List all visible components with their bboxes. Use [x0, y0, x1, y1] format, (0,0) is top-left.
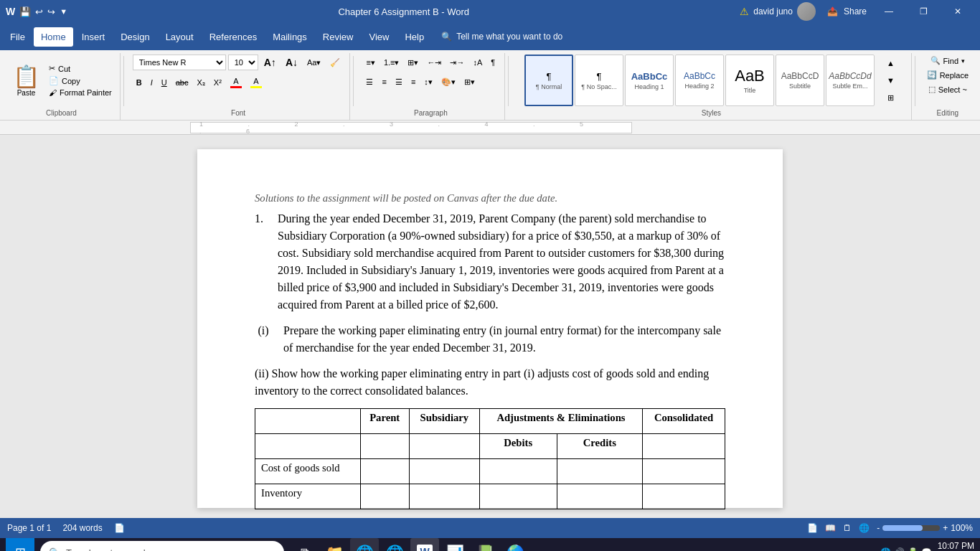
style-scroll-up[interactable]: ▲ — [883, 55, 898, 71]
find-button[interactable]: 🔍 Find ▾ — [928, 55, 968, 67]
share-label[interactable]: Share — [844, 6, 867, 17]
zoom-out-button[interactable]: - — [877, 523, 880, 533]
menu-insert[interactable]: Insert — [75, 27, 113, 47]
style-scroll-down[interactable]: ▼ — [883, 72, 898, 88]
battery-icon[interactable]: 🔋 — [908, 547, 918, 551]
strikethrough-button[interactable]: abc — [172, 75, 192, 90]
excel-button[interactable]: 📗 — [471, 538, 499, 551]
menu-file[interactable]: File — [3, 27, 32, 47]
style-subtle-preview: AaBbCcDd — [829, 71, 871, 81]
numbering-button[interactable]: 1.≡▾ — [380, 55, 403, 70]
menu-review[interactable]: Review — [316, 27, 361, 47]
quick-access-customize[interactable]: ▼ — [60, 7, 67, 16]
ribbon-search-label: Tell me what you want to do — [456, 32, 562, 42]
doc-item-i: (i) Prepare the working paper eliminatin… — [255, 322, 725, 357]
decrease-font-button[interactable]: A↓ — [282, 55, 301, 70]
subscript-button[interactable]: X₂ — [193, 75, 208, 90]
document-area[interactable]: Solutions to the assignment will be post… — [0, 135, 980, 518]
file-explorer-button[interactable]: 📁 — [320, 538, 349, 551]
increase-font-button[interactable]: A↑ — [260, 55, 280, 70]
copy-icon: 📄 — [49, 76, 59, 85]
close-button[interactable]: ✕ — [941, 0, 974, 23]
doc-item1: 1. During the year ended December 31, 20… — [255, 210, 725, 314]
change-case-button[interactable]: Aa▾ — [303, 55, 324, 70]
share-icon[interactable]: 📤 — [827, 6, 838, 17]
web-layout-icon[interactable]: 🌐 — [859, 523, 870, 533]
quick-access-save[interactable]: 💾 — [19, 6, 31, 17]
style-more-button[interactable]: ⊞ — [883, 90, 898, 105]
select-button[interactable]: ⬚ Select ~ — [925, 83, 970, 95]
start-button[interactable]: ⊞ — [6, 538, 34, 551]
style-no-spacing[interactable]: ¶ ¶ No Spac... — [575, 55, 623, 106]
menu-view[interactable]: View — [362, 27, 396, 47]
chevron-up-icon[interactable]: ▲ — [870, 549, 877, 552]
multilevel-list-button[interactable]: ⊞▾ — [404, 55, 422, 70]
justify-button[interactable]: ≡ — [407, 74, 419, 90]
font-size-select[interactable]: 10.5 — [228, 55, 258, 70]
align-center-button[interactable]: ≡ — [378, 74, 390, 90]
increase-indent-button[interactable]: ⇥→ — [446, 55, 468, 70]
word-taskbar-button[interactable]: W — [410, 538, 439, 551]
read-mode-icon[interactable]: 📖 — [825, 523, 836, 533]
notification-icon[interactable]: 💬 — [921, 547, 932, 551]
line-spacing-button[interactable]: ↕▾ — [420, 74, 436, 90]
italic-button[interactable]: I — [147, 75, 156, 90]
menu-layout[interactable]: Layout — [159, 27, 201, 47]
menu-references[interactable]: References — [202, 27, 264, 47]
menu-home[interactable]: Home — [34, 27, 73, 47]
network-icon[interactable]: 🌐 — [880, 547, 891, 551]
title-bar-center: Chapter 6 Assignment B - Word — [67, 6, 740, 17]
underline-button[interactable]: U — [158, 75, 171, 90]
cut-button[interactable]: ✂ Cut — [47, 63, 114, 74]
taskbar-search-box[interactable]: 🔍 Type here to search — [40, 541, 284, 551]
show-formatting-button[interactable]: ¶ — [487, 55, 499, 70]
bold-button[interactable]: B — [133, 75, 146, 90]
style-subtitle[interactable]: AaBbCcD Subtitle — [776, 55, 824, 106]
copy-button[interactable]: 📄 Copy — [47, 75, 114, 86]
font-name-select[interactable]: Times New R — [133, 55, 226, 70]
zoom-slider[interactable] — [882, 525, 940, 531]
layout-icon[interactable]: 📄 — [807, 523, 818, 533]
menu-help[interactable]: Help — [397, 27, 431, 47]
superscript-button[interactable]: X² — [210, 75, 225, 90]
paste-button[interactable]: 📋 Paste — [9, 61, 44, 100]
clear-formatting-button[interactable]: 🧹 — [326, 55, 344, 70]
highlight-color-button[interactable]: A — [247, 75, 265, 90]
shading-button[interactable]: 🎨▾ — [438, 74, 459, 90]
style-h1-preview: AaBbCc — [631, 71, 668, 82]
restore-button[interactable]: ❐ — [907, 0, 940, 23]
taskbar-clock[interactable]: 10:07 PM 4/9/2020 — [938, 540, 974, 551]
sort-button[interactable]: ↕A — [469, 55, 486, 70]
quick-access-undo[interactable]: ↩ — [35, 6, 43, 17]
style-subtle-em[interactable]: AaBbCcDd Subtle Em... — [826, 55, 875, 106]
align-left-button[interactable]: ☰ — [362, 74, 377, 90]
task-view-button[interactable]: ⧉ — [290, 538, 319, 551]
format-painter-button[interactable]: 🖌 Format Painter — [47, 88, 114, 98]
style-normal[interactable]: ¶ ¶ Normal — [524, 55, 573, 106]
speaker-icon[interactable]: 🔊 — [894, 547, 905, 551]
menu-design[interactable]: Design — [113, 27, 156, 47]
powerpoint-button[interactable]: 📊 — [440, 538, 469, 551]
chrome-button[interactable]: 🌐 — [350, 538, 379, 551]
minimize-button[interactable]: — — [872, 0, 905, 23]
paste-label: Paste — [17, 89, 36, 97]
font-color-button[interactable]: A — [227, 75, 245, 90]
zoom-in-button[interactable]: + — [943, 523, 948, 533]
taskbar-search-placeholder: Type here to search — [66, 547, 149, 552]
inv-subsidiary — [409, 484, 479, 509]
replace-button[interactable]: 🔄 Replace — [924, 69, 971, 81]
menu-mailings[interactable]: Mailings — [265, 27, 314, 47]
bullets-button[interactable]: ≡▾ — [362, 55, 378, 70]
quick-access-redo[interactable]: ↪ — [47, 6, 55, 17]
browser2-button[interactable]: 🌎 — [501, 538, 529, 551]
borders-button[interactable]: ⊞▾ — [461, 74, 479, 90]
style-heading1[interactable]: AaBbCc Heading 1 — [625, 55, 674, 106]
edge-button[interactable]: 🌐 — [380, 538, 409, 551]
user-area: ⚠ david juno — [740, 2, 816, 21]
decrease-indent-button[interactable]: ←⇥ — [423, 55, 445, 70]
style-heading2[interactable]: AaBbCc Heading 2 — [675, 55, 724, 106]
style-title[interactable]: AaB Title — [725, 55, 774, 106]
doc-intro-text: Solutions to the assignment will be post… — [255, 192, 725, 204]
align-right-button[interactable]: ☰ — [392, 74, 406, 90]
print-layout-icon[interactable]: 🗒 — [843, 523, 852, 533]
